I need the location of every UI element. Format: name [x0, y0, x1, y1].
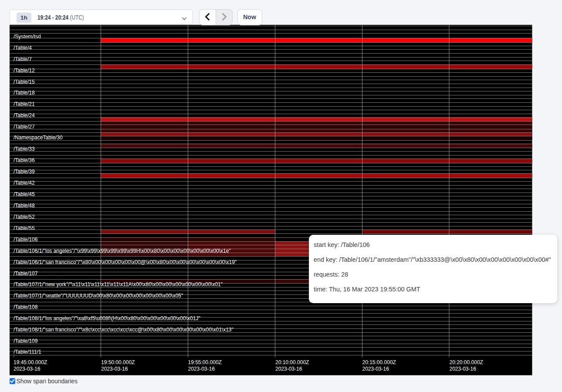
svg-text:/Table/18: /Table/18 — [14, 90, 35, 96]
svg-text:/Table/36: /Table/36 — [14, 157, 35, 163]
svg-text:19:55:00.000Z: 19:55:00.000Z — [188, 359, 222, 365]
svg-text:/Table/109: /Table/109 — [14, 338, 38, 344]
svg-text:20:15:00.000Z: 20:15:00.000Z — [362, 359, 396, 365]
svg-text:/Table/108: /Table/108 — [14, 304, 38, 310]
svg-text:/NamespaceTable/30: /NamespaceTable/30 — [14, 135, 63, 141]
svg-text:/Table/24: /Table/24 — [14, 112, 35, 118]
svg-text:/Table/27: /Table/27 — [14, 124, 35, 130]
svg-text:/Table/39: /Table/39 — [14, 169, 35, 175]
svg-text:2023-03-16: 2023-03-16 — [14, 366, 41, 372]
svg-text:/System/tsd: /System/tsd — [14, 34, 41, 40]
svg-text:/Table/12: /Table/12 — [14, 68, 35, 74]
svg-text:/Table/45: /Table/45 — [14, 191, 35, 197]
svg-text:/Table/108/1/"los angeles"/"\x: /Table/108/1/"los angeles"/"\xa8\xf5\u00… — [14, 315, 200, 321]
svg-text:/Table/4: /Table/4 — [14, 45, 32, 51]
svg-text:/Table/108/1/"san francisco"/": /Table/108/1/"san francisco"/"\x8c\xcc\x… — [14, 327, 234, 333]
svg-text:/Table/48: /Table/48 — [14, 203, 35, 209]
svg-text:/Table/55: /Table/55 — [14, 225, 35, 231]
svg-text:/Table/107/1/"seattle"/"UUUUUU: /Table/107/1/"seattle"/"UUUUUUD\x00\x80\… — [14, 293, 183, 299]
svg-text:2023-03-16: 2023-03-16 — [450, 366, 477, 372]
svg-text:/Table/7: /Table/7 — [14, 56, 32, 62]
svg-text:2023-03-16: 2023-03-16 — [275, 366, 302, 372]
svg-text:/Table/111/1: /Table/111/1 — [14, 349, 41, 355]
svg-text:19:50:00.000Z: 19:50:00.000Z — [101, 359, 135, 365]
svg-text:19:45:00.000Z: 19:45:00.000Z — [14, 359, 47, 365]
svg-text:/Table/106: /Table/106 — [14, 237, 38, 243]
svg-text:/Table/21: /Table/21 — [14, 101, 35, 107]
svg-text:2023-03-16: 2023-03-16 — [101, 366, 128, 372]
svg-text:/Table/107: /Table/107 — [14, 270, 38, 277]
svg-text:/Table/15: /Table/15 — [14, 79, 35, 85]
svg-text:20:20:00.000Z: 20:20:00.000Z — [450, 359, 483, 365]
svg-text:2023-03-16: 2023-03-16 — [362, 366, 389, 372]
svg-text:/Table/52: /Table/52 — [14, 214, 35, 220]
svg-text:/Table/42: /Table/42 — [14, 180, 35, 186]
svg-text:/Table/107/1/"new york"/"\x11\: /Table/107/1/"new york"/"\x11\x11\x11\x1… — [14, 281, 223, 287]
svg-text:2023-03-16: 2023-03-16 — [188, 366, 215, 372]
svg-text:/Table/106/1/"san francisco"/": /Table/106/1/"san francisco"/"\x80\x00\x… — [14, 259, 237, 265]
svg-text:/Table/106/1/"los angeles"/"\x: /Table/106/1/"los angeles"/"\x99\x99\x99… — [14, 248, 231, 254]
svg-text:20:10:00.000Z: 20:10:00.000Z — [275, 359, 309, 365]
svg-text:/Table/33: /Table/33 — [14, 146, 35, 152]
